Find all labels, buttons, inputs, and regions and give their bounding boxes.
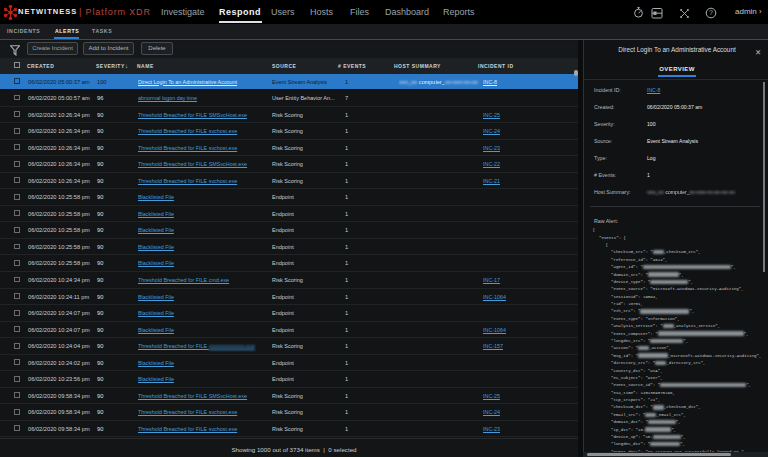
svg-text:?: ?: [709, 9, 713, 16]
